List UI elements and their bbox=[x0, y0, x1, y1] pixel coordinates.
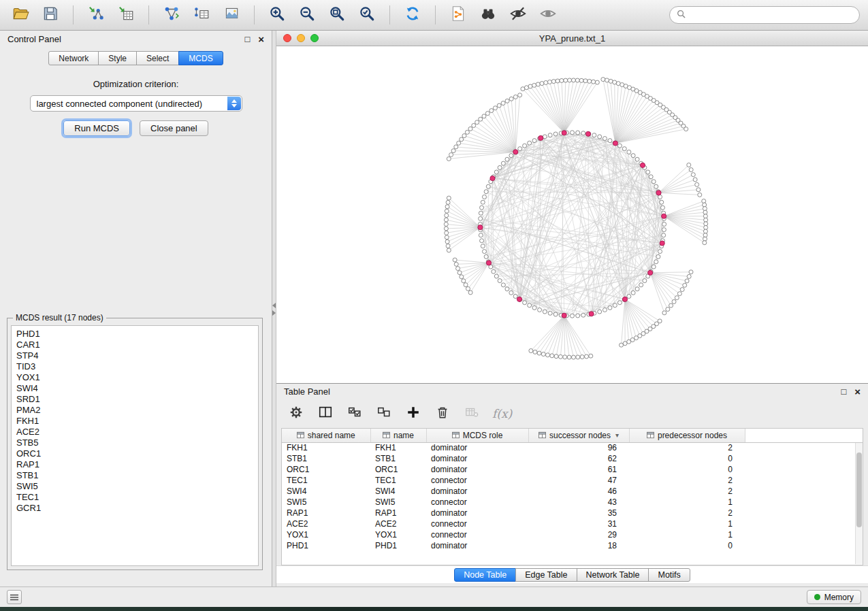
cell-shared_name[interactable]: FKH1 bbox=[282, 442, 370, 453]
show-hide-button[interactable] bbox=[536, 3, 560, 27]
table-scrollbar[interactable] bbox=[855, 443, 863, 564]
tab-select[interactable]: Select bbox=[136, 51, 179, 65]
table-row[interactable]: FKH1FKH1dominator962 bbox=[282, 442, 863, 453]
cell-successors[interactable]: 31 bbox=[528, 518, 629, 529]
show-columns-button[interactable] bbox=[317, 405, 334, 423]
cell-name[interactable]: SWI4 bbox=[370, 486, 426, 497]
cell-role[interactable]: dominator bbox=[426, 508, 528, 518]
mcds-result-item[interactable]: TID3 bbox=[16, 361, 258, 372]
cell-role[interactable]: dominator bbox=[426, 486, 528, 497]
new-network-button[interactable] bbox=[159, 3, 184, 27]
network-window-titlebar[interactable]: YPA_prune.txt_1 bbox=[276, 31, 868, 46]
cell-shared_name[interactable]: ACE2 bbox=[282, 518, 370, 529]
cell-predecessors[interactable]: 1 bbox=[629, 518, 745, 529]
mcds-result-item[interactable]: PHD1 bbox=[16, 329, 258, 340]
table-row[interactable]: SWI5SWI5connector431 bbox=[282, 497, 863, 508]
zoom-out-button[interactable] bbox=[295, 3, 319, 27]
cell-name[interactable]: FKH1 bbox=[370, 442, 426, 453]
table-row[interactable]: YOX1YOX1connector291 bbox=[282, 529, 863, 540]
tab-motifs[interactable]: Motifs bbox=[648, 568, 690, 582]
maximize-window-icon[interactable] bbox=[310, 34, 319, 42]
cell-role[interactable]: connector bbox=[426, 475, 528, 486]
mcds-result-item[interactable]: ACE2 bbox=[16, 427, 258, 437]
cell-shared_name[interactable]: TEC1 bbox=[282, 475, 370, 486]
divider-handle-icon[interactable] bbox=[272, 303, 276, 316]
table-settings-button[interactable] bbox=[287, 405, 305, 423]
export-document-button[interactable] bbox=[446, 3, 470, 27]
mcds-result-item[interactable]: SWI5 bbox=[16, 481, 258, 492]
cell-role[interactable]: connector bbox=[426, 497, 528, 508]
mcds-result-item[interactable]: TEC1 bbox=[16, 492, 258, 503]
mcds-result-item[interactable]: YOX1 bbox=[16, 372, 258, 383]
cell-role[interactable]: dominator bbox=[426, 464, 528, 475]
cell-name[interactable]: SWI5 bbox=[370, 497, 426, 508]
cell-name[interactable]: STB1 bbox=[370, 453, 426, 464]
mcds-result-item[interactable]: GCR1 bbox=[16, 503, 258, 514]
tab-node-table[interactable]: Node Table bbox=[454, 568, 516, 582]
memory-button[interactable]: Memory bbox=[807, 590, 861, 604]
column-header-name[interactable]: name bbox=[370, 429, 426, 442]
search-box[interactable] bbox=[669, 6, 860, 24]
cell-name[interactable]: YOX1 bbox=[370, 529, 426, 540]
close-panel-button[interactable]: Close panel bbox=[140, 120, 208, 136]
mcds-result-item[interactable]: RAP1 bbox=[16, 459, 258, 470]
cell-predecessors[interactable]: 0 bbox=[629, 540, 745, 551]
cell-name[interactable]: ORC1 bbox=[370, 464, 426, 475]
cell-predecessors[interactable]: 0 bbox=[629, 464, 745, 475]
import-table-button[interactable] bbox=[114, 3, 138, 27]
cell-role[interactable]: dominator bbox=[426, 442, 528, 453]
cell-successors[interactable]: 47 bbox=[528, 475, 629, 486]
column-header-successor-nodes[interactable]: successor nodes▾ bbox=[528, 429, 629, 442]
network-canvas[interactable] bbox=[276, 46, 868, 383]
mcds-result-list[interactable]: PHD1CAR1STP4TID3YOX1SWI4SRD1PMA2FKH1ACE2… bbox=[11, 325, 259, 566]
float-table-panel-icon[interactable]: □ bbox=[841, 386, 846, 397]
zoom-fit-button[interactable] bbox=[325, 3, 349, 27]
mcds-result-item[interactable]: SWI4 bbox=[16, 383, 258, 394]
table-row[interactable]: STB1STB1dominator620 bbox=[282, 453, 863, 464]
mcds-result-item[interactable]: ORC1 bbox=[16, 448, 258, 459]
cell-shared_name[interactable]: SWI5 bbox=[282, 497, 370, 508]
cell-shared_name[interactable]: PHD1 bbox=[282, 540, 370, 551]
tab-mcds[interactable]: MCDS bbox=[178, 51, 223, 65]
cell-name[interactable]: RAP1 bbox=[370, 508, 426, 518]
close-table-panel-icon[interactable]: × bbox=[854, 386, 861, 397]
zoom-in-button[interactable] bbox=[265, 3, 289, 27]
open-session-button[interactable] bbox=[8, 3, 33, 27]
mcds-result-item[interactable]: FKH1 bbox=[16, 416, 258, 427]
search-input[interactable] bbox=[690, 10, 852, 20]
mcds-result-item[interactable]: STP4 bbox=[16, 350, 258, 361]
cell-role[interactable]: dominator bbox=[426, 453, 528, 464]
cell-successors[interactable]: 29 bbox=[528, 529, 629, 540]
cell-successors[interactable]: 18 bbox=[528, 540, 629, 551]
cell-predecessors[interactable]: 1 bbox=[629, 497, 745, 508]
cell-successors[interactable]: 96 bbox=[528, 442, 629, 453]
mcds-result-item[interactable]: STB1 bbox=[16, 470, 258, 481]
table-row[interactable]: RAP1RAP1dominator352 bbox=[282, 508, 863, 518]
minimize-window-icon[interactable] bbox=[297, 34, 305, 42]
cell-successors[interactable]: 62 bbox=[528, 453, 629, 464]
unselect-all-columns-button[interactable] bbox=[375, 405, 393, 423]
cell-shared_name[interactable]: YOX1 bbox=[282, 529, 370, 540]
select-all-columns-button[interactable] bbox=[346, 405, 364, 423]
column-header-shared-name[interactable]: shared name bbox=[282, 429, 370, 442]
table-row[interactable]: SWI4SWI4dominator462 bbox=[282, 486, 863, 497]
tab-edge-table[interactable]: Edge Table bbox=[515, 568, 577, 582]
cell-predecessors[interactable]: 0 bbox=[629, 453, 745, 464]
cell-shared_name[interactable]: RAP1 bbox=[282, 508, 370, 518]
tab-style[interactable]: Style bbox=[98, 51, 137, 65]
column-header-predecessor-nodes[interactable]: predecessor nodes bbox=[629, 429, 745, 442]
export-table-button[interactable] bbox=[189, 3, 214, 27]
mcds-result-item[interactable]: CAR1 bbox=[16, 340, 258, 350]
cell-successors[interactable]: 46 bbox=[528, 486, 629, 497]
scrollbar-thumb[interactable] bbox=[856, 452, 862, 527]
optimization-criterion-select[interactable]: largest connected component (undirected) bbox=[30, 95, 242, 112]
create-column-button[interactable] bbox=[404, 405, 422, 423]
cell-name[interactable]: PHD1 bbox=[370, 540, 426, 551]
table-row[interactable]: ORC1ORC1dominator610 bbox=[282, 464, 863, 475]
graphics-details-button[interactable] bbox=[506, 3, 530, 27]
table-row[interactable]: TEC1TEC1connector472 bbox=[282, 475, 863, 486]
cell-name[interactable]: ACE2 bbox=[370, 518, 426, 529]
mcds-result-item[interactable]: STB5 bbox=[16, 437, 258, 448]
close-panel-icon[interactable]: × bbox=[258, 33, 264, 45]
mcds-result-item[interactable]: SRD1 bbox=[16, 394, 258, 405]
